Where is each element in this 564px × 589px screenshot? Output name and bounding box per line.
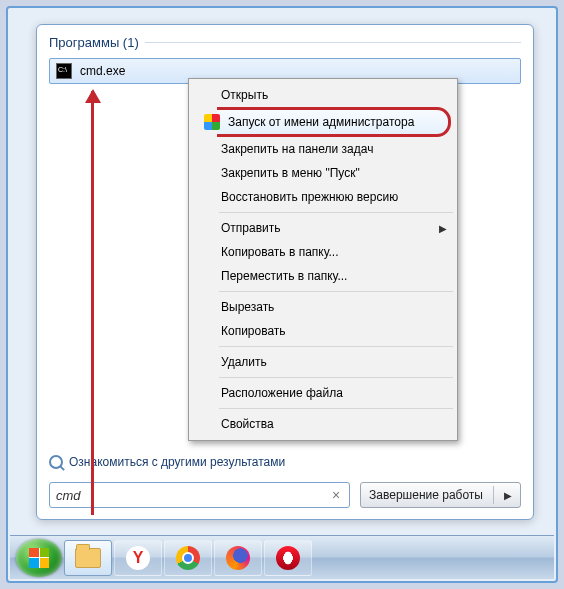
search-box[interactable]: × [49,482,350,508]
menu-properties[interactable]: Свойства [191,412,455,436]
menu-open[interactable]: Открыть [191,83,455,107]
taskbar-yandex[interactable]: Y [114,540,162,576]
taskbar: Y [10,535,554,579]
taskbar-opera[interactable] [264,540,312,576]
menu-copy[interactable]: Копировать [191,319,455,343]
yandex-icon: Y [126,546,150,570]
menu-open-location[interactable]: Расположение файла [191,381,455,405]
chevron-right-icon: ▶ [439,223,447,234]
shutdown-button[interactable]: Завершение работы ▶ [360,482,521,508]
taskbar-chrome[interactable] [164,540,212,576]
result-filename: cmd.exe [80,64,125,78]
file-explorer-icon [75,548,101,568]
context-menu: Открыть Запуск от имени администратора З… [188,78,458,441]
start-button[interactable] [16,539,62,577]
highlight-run-as-admin: Запуск от имени администратора [195,107,451,137]
menu-cut[interactable]: Вырезать [191,295,455,319]
section-header-programs: Программы (1) [49,35,521,50]
chevron-right-icon[interactable]: ▶ [504,490,512,501]
more-results-link[interactable]: Ознакомиться с другими результатами [49,455,285,469]
menu-send-to[interactable]: Отправить ▶ [191,216,455,240]
menu-delete[interactable]: Удалить [191,350,455,374]
taskbar-firefox[interactable] [214,540,262,576]
annotation-arrow [91,91,94,515]
opera-icon [276,546,300,570]
firefox-icon [226,546,250,570]
menu-restore-prev[interactable]: Восстановить прежнюю версию [191,185,455,209]
section-title: Программы (1) [49,35,139,50]
clear-search-icon[interactable]: × [329,487,343,503]
chrome-icon [176,546,200,570]
search-input[interactable] [56,488,329,503]
menu-move-to[interactable]: Переместить в папку... [191,264,455,288]
menu-pin-taskbar[interactable]: Закрепить на панели задач [191,137,455,161]
windows-logo-icon [29,548,49,568]
menu-pin-start[interactable]: Закрепить в меню "Пуск" [191,161,455,185]
shield-icon [204,114,220,130]
search-icon [49,455,63,469]
menu-copy-to[interactable]: Копировать в папку... [191,240,455,264]
shutdown-label: Завершение работы [369,488,483,502]
menu-run-as-admin[interactable]: Запуск от имени администратора [198,110,448,134]
cmd-icon [56,63,72,79]
taskbar-explorer[interactable] [64,540,112,576]
